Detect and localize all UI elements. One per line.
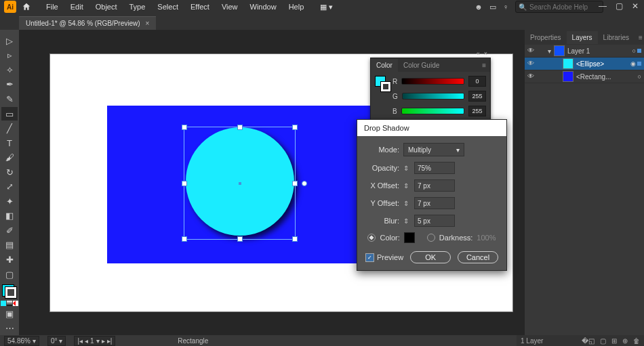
maximize-icon[interactable]: ▢ — [614, 1, 624, 11]
tab-layers[interactable]: Layers — [567, 31, 598, 44]
layer-name[interactable]: <Rectang... — [576, 73, 611, 81]
menu-window[interactable]: Window — [245, 1, 282, 12]
panel-close-icon[interactable]: × — [484, 50, 487, 57]
handle-nw[interactable] — [182, 125, 187, 130]
color-radio[interactable] — [367, 234, 376, 242]
visibility-icon[interactable]: 👁 — [527, 47, 536, 55]
tab-color-guide[interactable]: Color Guide — [398, 59, 445, 72]
ok-button[interactable]: OK — [410, 251, 451, 263]
make-clipping-mask-icon[interactable]: ▢ — [600, 337, 606, 345]
tab-libraries[interactable]: Libraries — [598, 31, 635, 44]
artboard-tool-icon[interactable]: ▢ — [1, 267, 18, 282]
stepper-icon[interactable]: ⇕ — [403, 165, 410, 172]
menu-effect[interactable]: Effect — [185, 1, 215, 12]
home-icon[interactable] — [20, 1, 33, 13]
menu-view[interactable]: View — [216, 1, 243, 12]
b-value[interactable]: 255 — [468, 106, 486, 116]
disclosure-icon[interactable]: ▾ — [548, 47, 551, 55]
stepper-icon[interactable]: ⇕ — [403, 182, 410, 190]
direct-selection-tool-icon[interactable]: ▹ — [1, 49, 18, 63]
tab-color[interactable]: Color — [371, 59, 398, 72]
paintbrush-tool-icon[interactable]: 🖌 — [1, 150, 18, 165]
user-icon[interactable]: ☻ — [475, 3, 483, 11]
r-slider[interactable] — [401, 78, 464, 85]
minimize-icon[interactable]: — — [598, 1, 607, 11]
g-value[interactable]: 255 — [468, 91, 486, 102]
g-slider[interactable] — [402, 93, 464, 100]
cancel-button[interactable]: Cancel — [458, 251, 498, 263]
preview-checkbox[interactable]: ✓ Preview — [365, 253, 403, 262]
line-tool-icon[interactable]: ╱ — [1, 121, 18, 135]
color-mode-icons[interactable] — [1, 301, 18, 306]
visibility-icon[interactable]: 👁 — [527, 72, 536, 81]
handle-w[interactable] — [182, 181, 187, 186]
menu-select[interactable]: Select — [152, 1, 184, 12]
opacity-input[interactable]: 75% — [414, 162, 455, 174]
handle-s[interactable] — [237, 236, 243, 242]
new-layer-icon[interactable]: ⊕ — [622, 337, 628, 345]
menu-type[interactable]: Type — [124, 1, 151, 12]
layer-row[interactable]: 👁 <Ellipse> ◉ — [525, 58, 644, 70]
handle-sw[interactable] — [182, 236, 187, 242]
handle-se[interactable] — [292, 236, 298, 242]
panel-collapse-icon[interactable]: « — [477, 50, 480, 57]
close-tab-icon[interactable]: × — [146, 20, 150, 27]
stroke-swatch[interactable] — [5, 286, 17, 299]
stepper-icon[interactable]: ⇕ — [403, 217, 410, 225]
rotate-field[interactable]: 0°▾ — [47, 336, 66, 346]
scale-tool-icon[interactable]: ⤢ — [1, 179, 18, 194]
panel-menu-icon[interactable]: ≡ — [478, 62, 490, 69]
r-value[interactable]: 0 — [468, 76, 486, 87]
selection-tool-icon[interactable]: ▷ — [1, 34, 18, 48]
layer-row[interactable]: 👁 <Rectang... ○ — [525, 70, 644, 83]
arrange-icon[interactable]: ▭ — [489, 3, 496, 12]
fill-stroke-swatch[interactable] — [2, 284, 17, 299]
b-slider[interactable] — [401, 108, 464, 114]
handle-n[interactable] — [237, 125, 243, 130]
gradient-tool-icon[interactable]: ▤ — [1, 238, 18, 253]
type-tool-icon[interactable]: T — [1, 136, 18, 150]
target-icon[interactable]: ○ — [632, 47, 636, 54]
layer-row[interactable]: 👁 ▾ Layer 1 ○ — [525, 45, 644, 58]
mode-select[interactable]: Multiply▾ — [403, 143, 464, 156]
blur-input[interactable]: 5 px — [414, 215, 455, 227]
help-search-input[interactable]: 🔍 Search Adobe Help — [515, 1, 603, 13]
pen-tool-icon[interactable]: ✒ — [1, 78, 18, 92]
handle-rotate[interactable] — [302, 181, 307, 186]
target-icon[interactable]: ○ — [638, 73, 641, 80]
rotate-tool-icon[interactable]: ↻ — [1, 165, 18, 179]
eyedropper-tool-icon[interactable]: ✐ — [1, 223, 18, 238]
locate-object-icon[interactable]: �◱ — [582, 337, 595, 345]
stepper-icon[interactable]: ⇕ — [403, 200, 410, 207]
zoom-field[interactable]: 54.86%▾ — [4, 336, 39, 346]
layer-name[interactable]: Layer 1 — [567, 47, 590, 55]
edit-toolbar-icon[interactable]: ⋯ — [1, 321, 18, 335]
menu-help[interactable]: Help — [283, 1, 310, 12]
workspace-switcher-icon[interactable]: ▦ ▾ — [315, 1, 338, 13]
width-tool-icon[interactable]: ✦ — [1, 194, 18, 209]
menu-object[interactable]: Object — [90, 1, 123, 12]
menu-edit[interactable]: Edit — [65, 1, 89, 12]
eraser-tool-icon[interactable]: ◧ — [1, 209, 18, 223]
close-icon[interactable]: ✕ — [630, 1, 640, 11]
delete-layer-icon[interactable]: 🗑 — [633, 337, 640, 345]
magic-wand-tool-icon[interactable]: ✧ — [1, 63, 18, 77]
visibility-icon[interactable]: 👁 — [527, 60, 536, 68]
xoffset-input[interactable]: 7 px — [414, 179, 455, 192]
panel-menu-icon[interactable]: ≡ — [635, 34, 644, 41]
layer-name[interactable]: <Ellipse> — [576, 60, 604, 68]
handle-e[interactable] — [292, 181, 298, 186]
yoffset-input[interactable]: 7 px — [414, 197, 455, 209]
darkness-radio[interactable] — [427, 234, 435, 242]
artboard-nav[interactable]: |◂◂1▾▸▸| — [74, 336, 115, 346]
target-icon[interactable]: ◉ — [630, 60, 636, 67]
shadow-color-swatch[interactable] — [404, 232, 415, 243]
panel-fill-stroke-swatch[interactable] — [375, 76, 387, 88]
create-sublayer-icon[interactable]: ⊞ — [611, 337, 617, 345]
rectangle-tool-icon[interactable]: ▭ — [1, 107, 18, 121]
document-tab[interactable]: Untitled-1* @ 54.86 % (RGB/Preview) × — [19, 16, 156, 30]
curvature-tool-icon[interactable]: ✎ — [1, 92, 18, 106]
shape-builder-tool-icon[interactable]: ✚ — [1, 253, 18, 267]
tab-properties[interactable]: Properties — [525, 31, 567, 44]
handle-ne[interactable] — [292, 125, 298, 130]
